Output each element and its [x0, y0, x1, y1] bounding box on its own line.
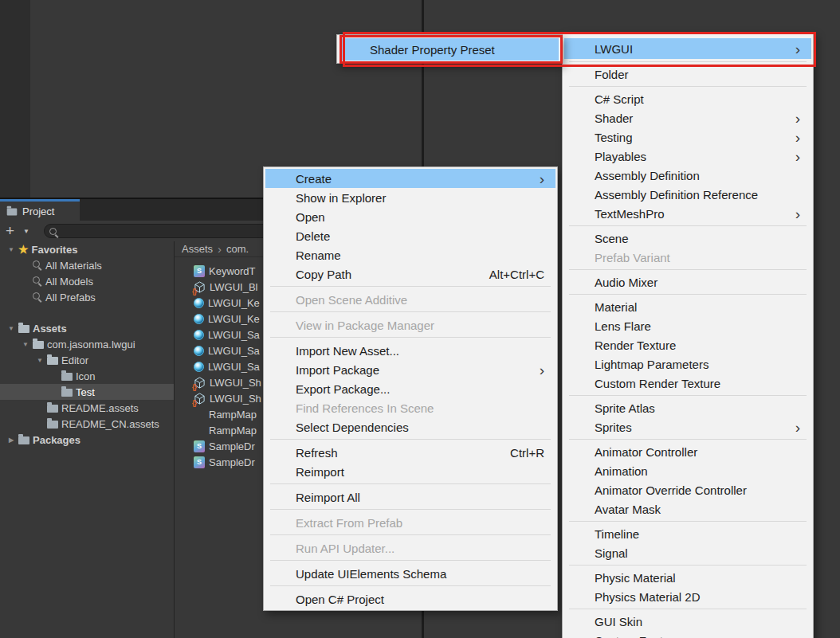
tree-item-icon[interactable]: Icon	[0, 368, 174, 384]
menu-separator	[270, 560, 551, 561]
tree-item-all-prefabs[interactable]: All Prefabs	[0, 289, 174, 305]
menu-item-import-new-asset[interactable]: Import New Asset...	[265, 341, 555, 360]
menu-item-label: C# Script	[595, 92, 800, 106]
menu-item-sprite-atlas[interactable]: Sprite Atlas	[564, 398, 811, 417]
menu-item-playables[interactable]: Playables›	[564, 147, 811, 166]
menu-item-label: Run API Updater...	[296, 542, 544, 555]
menu-item-testing[interactable]: Testing›	[564, 127, 811, 147]
menu-item-folder[interactable]: Folder	[564, 65, 811, 84]
tree-item-test[interactable]: Test	[0, 384, 174, 400]
menu-separator	[569, 565, 807, 566]
menu-item-lightmap-parameters[interactable]: Lightmap Parameters	[564, 354, 811, 374]
menu-item-animator-controller[interactable]: Animator Controller	[564, 442, 811, 461]
menu-separator	[569, 609, 807, 609]
menu-item-label: Find References In Scene	[296, 401, 544, 415]
menu-item-delete[interactable]: Delete	[265, 226, 555, 245]
breadcrumb-root[interactable]: Assets	[182, 243, 213, 255]
menu-item-lwgui[interactable]: LWGUI›	[564, 38, 811, 59]
expander-expanded-icon[interactable]: ▼	[4, 246, 18, 253]
tree-item-readme-cn-assets[interactable]: README_CN.assets	[0, 416, 174, 432]
menu-item-textmeshpro[interactable]: TextMeshPro›	[564, 204, 811, 223]
tree-item-all-models[interactable]: All Models	[0, 273, 174, 289]
menu-item-update-uielements-schema[interactable]: Update UIElements Schema	[265, 564, 555, 583]
file-item-label: LWGUI_Sa	[208, 361, 260, 373]
menu-item-assembly-definition-reference[interactable]: Assembly Definition Reference	[564, 185, 811, 204]
tab-project[interactable]: Project	[0, 199, 80, 221]
menu-item-assembly-definition[interactable]: Assembly Definition	[564, 166, 811, 185]
tree-item-favorites[interactable]: ▼★Favorites	[0, 241, 174, 257]
menu-item-show-in-explorer[interactable]: Show in Explorer	[265, 188, 555, 207]
tree-item-editor[interactable]: ▼Editor	[0, 352, 174, 368]
menu-item-label: Custom Font	[595, 634, 800, 638]
menu-item-label: Physic Material	[595, 571, 800, 585]
menu-item-scene[interactable]: Scene	[564, 229, 811, 248]
star-icon: ★	[18, 244, 29, 255]
breadcrumb-current[interactable]: com.	[226, 243, 249, 255]
menu-item-label: Delete	[296, 229, 544, 243]
menu-separator	[569, 294, 807, 295]
menu-item-label: GUI Skin	[595, 615, 800, 628]
expander-collapsed-icon[interactable]: ▶	[4, 436, 18, 444]
menu-item-import-package[interactable]: Import Package›	[265, 360, 555, 379]
menu-separator	[270, 585, 551, 586]
menu-item-label: Rename	[296, 249, 544, 262]
menu-item-animation[interactable]: Animation	[564, 461, 811, 480]
menu-item-create[interactable]: Create›	[265, 169, 555, 188]
tree-item-label: All Prefabs	[45, 292, 96, 303]
tree-item-all-materials[interactable]: All Materials	[0, 257, 174, 273]
menu-item-label: Export Package...	[296, 382, 544, 396]
menu-item-lens-flare[interactable]: Lens Flare	[564, 316, 811, 335]
expander-expanded-icon[interactable]: ▼	[33, 357, 47, 364]
expander-expanded-icon[interactable]: ▼	[4, 325, 18, 332]
no-icon	[194, 425, 205, 436]
menu-item-label: Open C# Project	[296, 593, 544, 606]
csharp-script-icon: S	[194, 456, 205, 468]
material-icon	[194, 298, 204, 308]
create-asset-button[interactable]: +	[6, 221, 14, 241]
tree-item-readme-assets[interactable]: README.assets	[0, 400, 174, 416]
chevron-down-icon[interactable]: ▼	[23, 228, 29, 235]
tree-item-com-jasonma-lwgui[interactable]: ▼com.jasonma.lwgui	[0, 336, 174, 352]
menu-item-audio-mixer[interactable]: Audio Mixer	[564, 272, 811, 292]
menu-item-timeline[interactable]: Timeline	[564, 524, 811, 543]
menu-item-label: Render Texture	[595, 339, 800, 352]
menu-item-c-script[interactable]: C# Script	[564, 89, 811, 108]
menu-item-refresh[interactable]: RefreshCtrl+R	[265, 443, 555, 462]
menu-item-run-api-updater: Run API Updater...	[265, 538, 555, 558]
menu-item-open-c-project[interactable]: Open C# Project	[265, 589, 555, 609]
menu-item-signal[interactable]: Signal	[564, 543, 811, 562]
menu-item-view-in-package-manager: View in Package Manager	[265, 315, 555, 335]
menu-item-shader-property-preset[interactable]: Shader Property Preset	[340, 38, 559, 61]
menu-item-select-dependencies[interactable]: Select Dependencies	[265, 417, 555, 436]
menu-item-gui-skin[interactable]: GUI Skin	[564, 612, 811, 631]
submenu-arrow-icon: ›	[795, 149, 800, 164]
unity-editor-window: Project + ▼ ▼★FavoritesAll MaterialsAll …	[0, 0, 840, 638]
menu-item-render-texture[interactable]: Render Texture	[564, 335, 811, 354]
menu-item-custom-render-texture[interactable]: Custom Render Texture	[564, 374, 811, 393]
tree-item-packages[interactable]: ▶Packages	[0, 432, 174, 448]
menu-item-label: Assembly Definition	[595, 169, 800, 182]
menu-item-shader[interactable]: Shader›	[564, 108, 811, 127]
menu-item-physics-material-2d[interactable]: Physics Material 2D	[564, 587, 811, 606]
menu-item-sprites[interactable]: Sprites›	[564, 417, 811, 436]
menu-item-label: Assembly Definition Reference	[595, 188, 800, 202]
menu-item-avatar-mask[interactable]: Avatar Mask	[564, 499, 811, 519]
menu-item-label: Sprite Atlas	[595, 401, 800, 415]
file-item-label: LWGUI_Sh	[210, 393, 261, 405]
menu-item-open[interactable]: Open	[265, 207, 555, 226]
menu-item-material[interactable]: Material	[564, 297, 811, 316]
menu-item-copy-path[interactable]: Copy PathAlt+Ctrl+C	[265, 264, 555, 284]
file-item-label: LWGUI_Sa	[208, 329, 260, 341]
create-submenu: LWGUI›FolderC# ScriptShader›Testing›Play…	[562, 32, 814, 638]
menu-item-reimport[interactable]: Reimport	[265, 462, 555, 481]
expander-expanded-icon[interactable]: ▼	[18, 341, 33, 348]
menu-item-animator-override-controller[interactable]: Animator Override Controller	[564, 480, 811, 499]
menu-item-export-package[interactable]: Export Package...	[265, 379, 555, 398]
tree-item-assets[interactable]: ▼Assets	[0, 320, 174, 336]
menu-item-rename[interactable]: Rename	[265, 245, 555, 264]
menu-item-reimport-all[interactable]: Reimport All	[265, 487, 555, 507]
menu-item-custom-font[interactable]: Custom Font	[564, 631, 811, 638]
menu-item-label: Timeline	[595, 527, 800, 541]
menu-item-label: Select Dependencies	[296, 421, 544, 434]
menu-item-physic-material[interactable]: Physic Material	[564, 568, 811, 587]
